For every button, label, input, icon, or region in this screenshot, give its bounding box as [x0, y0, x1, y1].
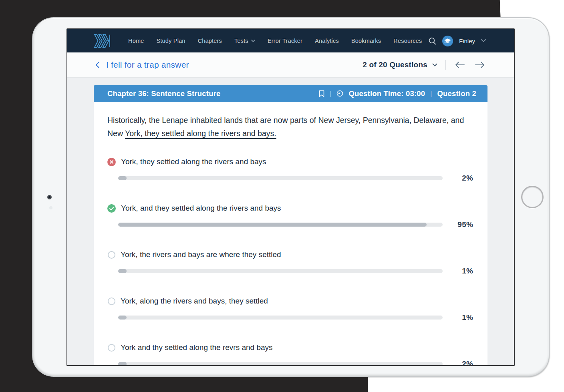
percent-bar-fill: [118, 362, 127, 365]
question-timer: Question Time: 03:00: [348, 89, 425, 98]
answer-option-row[interactable]: York, along the rivers and bays, they se…: [107, 297, 473, 306]
nav-item-label: Error Tracker: [268, 38, 302, 44]
answer-stats-row: 95%: [118, 220, 473, 229]
percent-label: 1%: [443, 267, 473, 275]
toolbar-right: 2 of 20 Questions: [363, 60, 487, 70]
answer-option-row[interactable]: York and thy settled along the revrs and…: [107, 343, 473, 352]
nav-item-study-plan[interactable]: Study Plan: [156, 38, 185, 44]
page-title: I fell for a trap answer: [106, 60, 189, 70]
user-name[interactable]: Finley: [459, 38, 475, 44]
nav-item-label: Tests: [234, 38, 248, 44]
percent-bar: [118, 316, 443, 320]
percent-bar: [118, 269, 443, 273]
answer-stats-row: 1%: [118, 267, 473, 275]
chevron-down-icon: [251, 40, 255, 42]
answer-stats-row: 2%: [118, 174, 473, 183]
stem-underlined-text: York, they settled along the rivers and …: [125, 129, 276, 138]
question-card: Chapter 36: Sentence Structure | Questio…: [94, 85, 487, 365]
percent-bar-fill: [118, 269, 127, 273]
user-avatar[interactable]: [442, 36, 453, 46]
tablet-frame: Home Study Plan Chapters Tests Error Tra…: [32, 17, 550, 377]
question-counter-dropdown[interactable]: 2 of 20 Questions: [363, 60, 437, 69]
timer-clock-icon: [336, 90, 343, 97]
chapter-title: Chapter 36: Sentence Structure: [107, 89, 221, 98]
tablet-home-button[interactable]: [521, 186, 544, 208]
percent-label: 2%: [443, 360, 473, 365]
question-counter-label: 2 of 20 Questions: [363, 60, 427, 69]
nav-item-analytics[interactable]: Analytics: [315, 38, 339, 44]
search-icon[interactable]: [429, 37, 436, 45]
nav-item-label: Resources: [393, 38, 422, 44]
correct-icon: [107, 204, 116, 213]
answer-option: York, and they settled along the rivers …: [107, 204, 473, 229]
radio-unselected-icon[interactable]: [108, 251, 115, 259]
radio-unselected-icon[interactable]: [108, 344, 115, 352]
nav-item-error-tracker[interactable]: Error Tracker: [268, 38, 302, 44]
answer-stats-row: 1%: [118, 313, 473, 322]
nav-item-tests[interactable]: Tests: [234, 38, 255, 44]
brand-logo-icon[interactable]: [94, 33, 111, 48]
nav-item-resources[interactable]: Resources: [393, 38, 422, 44]
bookmark-icon[interactable]: [319, 90, 324, 97]
chevron-down-icon: [432, 63, 437, 67]
background-mask: [368, 376, 564, 392]
divider: [445, 60, 446, 70]
percent-bar-fill: [118, 316, 127, 320]
previous-question-arrow-icon[interactable]: [453, 60, 467, 70]
question-card-header: Chapter 36: Sentence Structure | Questio…: [94, 85, 487, 102]
tablet-sensor-dot: [49, 206, 52, 209]
answer-option: York, they settled along the rivers and …: [107, 157, 473, 183]
graduation-cap-icon: [444, 38, 451, 44]
answer-option-row[interactable]: York, and they settled along the rivers …: [107, 204, 473, 213]
percent-label: 2%: [443, 174, 473, 183]
nav-item-bookmarks[interactable]: Bookmarks: [351, 38, 381, 44]
nav-item-chapters[interactable]: Chapters: [198, 38, 222, 44]
nav-item-label: Chapters: [198, 38, 222, 44]
page-background: Home Study Plan Chapters Tests Error Tra…: [0, 0, 564, 392]
percent-bar: [118, 362, 443, 365]
answer-option-label: York and thy settled along the revrs and…: [121, 343, 273, 352]
answer-option-label: York, and they settled along the rivers …: [121, 204, 281, 213]
percent-label: 95%: [443, 220, 473, 229]
nav-item-label: Bookmarks: [351, 38, 381, 44]
next-question-arrow-icon[interactable]: [473, 60, 487, 70]
nav-item-label: Home: [128, 38, 144, 44]
top-navbar: Home Study Plan Chapters Tests Error Tra…: [67, 29, 514, 52]
divider: |: [330, 90, 331, 97]
answer-option: York and thy settled along the revrs and…: [107, 343, 473, 365]
divider: |: [430, 90, 432, 97]
navbar-right: Finley: [429, 36, 486, 46]
percent-bar-fill: [118, 176, 127, 180]
back-link[interactable]: I fell for a trap answer: [95, 60, 189, 70]
answer-option: York, along the rivers and bays, they se…: [107, 297, 473, 322]
answer-option-row[interactable]: York, the rivers and bays are where they…: [107, 250, 473, 259]
question-card-header-right: | Question Time: 03:00 | Question 2: [319, 89, 476, 98]
nav-item-label: Study Plan: [156, 38, 185, 44]
answer-option-label: York, the rivers and bays are where they…: [121, 250, 281, 259]
main-content: Chapter 36: Sentence Structure | Questio…: [67, 78, 514, 365]
nav-item-label: Analytics: [315, 38, 339, 44]
answer-options-list: York, they settled along the rivers and …: [107, 157, 473, 365]
question-stem: Historically, the Lenape inhabited lands…: [107, 114, 473, 140]
tablet-camera: [47, 195, 52, 199]
incorrect-icon: [107, 158, 116, 166]
percent-bar: [118, 223, 443, 227]
question-card-body: Historically, the Lenape inhabited lands…: [94, 102, 487, 365]
radio-unselected-icon[interactable]: [108, 298, 115, 305]
answer-option-label: York, along the rivers and bays, they se…: [121, 297, 268, 306]
percent-bar: [118, 176, 443, 180]
nav-item-home[interactable]: Home: [128, 38, 144, 44]
answer-option: York, the rivers and bays are where they…: [107, 250, 473, 275]
app-screen: Home Study Plan Chapters Tests Error Tra…: [66, 28, 515, 366]
percent-bar-fill: [118, 223, 427, 227]
user-menu-chevron-down-icon[interactable]: [481, 39, 486, 42]
question-number: Question 2: [437, 89, 476, 98]
answer-option-row[interactable]: York, they settled along the rivers and …: [107, 157, 473, 166]
percent-label: 1%: [443, 313, 473, 322]
chevron-left-icon: [95, 62, 99, 68]
answer-stats-row: 2%: [118, 360, 473, 365]
toolbar: I fell for a trap answer 2 of 20 Questio…: [67, 52, 514, 78]
answer-option-label: York, they settled along the rivers and …: [121, 157, 266, 166]
nav-menu: Home Study Plan Chapters Tests Error Tra…: [128, 38, 422, 44]
